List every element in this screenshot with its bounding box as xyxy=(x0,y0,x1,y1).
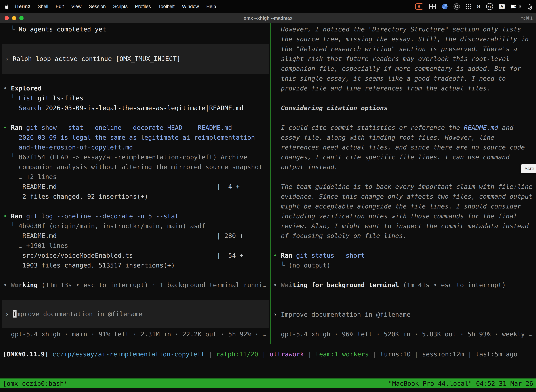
battery-percentage-badge[interactable]: 61 xyxy=(486,3,493,10)
text-segment: gpt-5.4 xhigh · main · 91% left · 2.31M … xyxy=(3,331,266,338)
text-segment: README.md | 280 + xyxy=(3,232,243,239)
dark-app-icon[interactable] xyxy=(454,3,460,10)
text-segment: references need actual files, and since … xyxy=(273,144,525,151)
tmux-status-bar: [omx-cczip0:bash* "MacBook-Pro-44.local"… xyxy=(0,378,536,388)
screen-recording-indicator[interactable] xyxy=(415,3,423,10)
terminal-line: src/voice/voiceModeEnabled.ts | 54 + xyxy=(0,251,270,261)
text-segment: Wai xyxy=(281,281,292,289)
menu-toolbelt[interactable]: Toolbelt xyxy=(158,4,175,9)
terminal-line: • Waiting for background terminal (1m 41… xyxy=(271,280,536,290)
menu-edit[interactable]: Edit xyxy=(56,4,64,9)
input-source-icon[interactable]: A xyxy=(499,4,505,9)
text-segment: Ran xyxy=(11,213,26,220)
prompt-input-left-line[interactable]: › Improve documentation in @filename xyxy=(2,309,269,319)
text-segment: 2026-03-09-is-legal-the-same-as-legitima… xyxy=(42,104,244,112)
terminal-line xyxy=(271,172,536,182)
text-segment: | xyxy=(258,350,270,358)
wifi-icon[interactable] xyxy=(526,4,532,9)
text-segment: of focusing solely on file lines. xyxy=(273,232,407,239)
figure-8-icon[interactable]: 8 xyxy=(477,4,480,9)
text-segment: 2 files changed, 92 insertions(+) xyxy=(3,193,148,200)
prompt-input-left[interactable]: › Improve documentation in @filename xyxy=(2,300,269,328)
text-segment: Ran xyxy=(281,252,296,259)
text-segment: No agents completed yet xyxy=(19,26,106,33)
menu-window[interactable]: Window xyxy=(182,4,199,9)
text-segment: I xyxy=(13,310,17,317)
text-segment: the "Related research writing" section i… xyxy=(273,45,517,52)
tmux-host-clock: "MacBook-Pro-44.local" 04:52 31-Mar-26 xyxy=(388,380,533,387)
screen: iTerm2ShellEditViewSessionScriptsProfile… xyxy=(0,0,536,392)
menu-help[interactable]: Help xyxy=(206,4,216,9)
terminal-line: └ 067f154 (HEAD -> essay/ai-reimplementa… xyxy=(0,152,270,162)
text-segment: output instead. xyxy=(273,163,338,171)
terminal-line: provide file and line references from th… xyxy=(271,84,536,93)
text-segment: evidence. Since this change only affects… xyxy=(273,193,532,200)
text-segment: and xyxy=(498,124,513,131)
text-segment: this single essay, it seems like a good … xyxy=(273,75,506,82)
zoom-button[interactable] xyxy=(19,16,24,20)
menu-items: iTerm2ShellEditViewSessionScriptsProfile… xyxy=(15,4,216,9)
screen-overlay-button[interactable]: Scre xyxy=(521,164,536,173)
menu-profiles[interactable]: Profiles xyxy=(135,4,151,9)
terminal-line: companion file, especially if more comme… xyxy=(271,64,536,74)
menu-session[interactable]: Session xyxy=(89,4,106,9)
terminal-line: • Working (11m 13s • esc to interrupt) ·… xyxy=(0,280,270,290)
text-segment: › xyxy=(5,310,13,317)
terminal-line xyxy=(0,201,270,211)
menu-bar: iTerm2ShellEditViewSessionScriptsProfile… xyxy=(0,0,536,13)
text-segment: last:5m ago xyxy=(475,350,517,358)
text-segment: essay file, along with finding root file… xyxy=(273,134,494,141)
text-segment: List xyxy=(19,94,34,102)
terminal-content: └ No agents completed yet › Ralph loop a… xyxy=(0,23,536,392)
dots-grid-icon[interactable] xyxy=(466,4,471,9)
menu-scripts[interactable]: Scripts xyxy=(113,4,128,9)
terminal-line: of focusing solely on file lines. xyxy=(271,231,536,241)
text-segment: └ xyxy=(3,26,19,33)
text-segment: the source tree, missing the essay. Stil… xyxy=(273,36,529,43)
terminal-line: … +1901 lines xyxy=(0,241,270,251)
terminal-line xyxy=(0,270,270,280)
text-segment: README.md | 4 + xyxy=(3,183,240,190)
text-segment: | xyxy=(205,350,216,358)
text-segment: … +1901 lines xyxy=(3,242,68,249)
terminal-line xyxy=(271,113,536,123)
apple-logo-icon[interactable] xyxy=(4,4,9,9)
menu-shell[interactable]: Shell xyxy=(38,4,48,9)
text-segment xyxy=(3,104,19,112)
terminal-line: might be acceptable alongside the file l… xyxy=(271,201,536,211)
prompt-input-right[interactable]: › Improve documentation in @filename xyxy=(271,310,536,319)
text-segment: 1903 files changed, 513517 insertions(+) xyxy=(3,262,175,269)
terminal-line: • Ran git log --oneline --decorate -n 5 … xyxy=(0,211,270,221)
window-title: omx --xhigh --madmax xyxy=(0,15,536,21)
window-grid-icon[interactable] xyxy=(429,4,436,9)
text-segment: git show --stat --oneline --decorate HEA… xyxy=(26,124,232,131)
menubar-status-icons: 861Aϟ xyxy=(415,3,532,10)
swirl-icon[interactable] xyxy=(442,4,448,9)
terminal-line: 2 files changed, 92 insertions(+) xyxy=(0,191,270,201)
battery-icon[interactable]: ϟ xyxy=(511,4,519,9)
text-segment: gpt-5.4 xhigh · 96% left · 520K in · 5.8… xyxy=(273,331,532,338)
text-segment: The team guideline is to back every impo… xyxy=(273,183,532,190)
text-segment: companion analysis without altering the … xyxy=(3,163,263,171)
text-segment: • xyxy=(3,124,11,131)
left-status-line: gpt-5.4 xhigh · main · 91% left · 2.31M … xyxy=(0,329,274,339)
right-status-line: gpt-5.4 xhigh · 96% left · 520K in · 5.8… xyxy=(271,329,536,339)
text-segment: | xyxy=(304,350,315,358)
menu-iterm2[interactable]: iTerm2 xyxy=(15,4,30,9)
text-segment: session:12m xyxy=(422,350,464,358)
text-segment: I could cite commit statistics or refere… xyxy=(273,124,464,131)
close-button[interactable] xyxy=(5,16,9,20)
terminal-line: README.md | 280 + xyxy=(0,231,270,241)
menu-view[interactable]: View xyxy=(71,4,81,9)
text-segment: mprove documentation in @filename xyxy=(17,310,142,317)
minimize-button[interactable] xyxy=(12,16,16,20)
terminal-line: Considering citation options xyxy=(271,103,536,113)
text-segment: (11m 13s • esc to interrupt) · 1 backgro… xyxy=(38,281,266,289)
text-segment: companion file, especially if more comme… xyxy=(273,65,521,72)
text-segment: might be acceptable alongside the file l… xyxy=(273,203,521,210)
text-segment: git ls-files xyxy=(34,94,83,102)
text-segment: turns:10 xyxy=(380,350,411,358)
text-segment: | xyxy=(464,350,475,358)
terminal-line: the "Related research writing" section i… xyxy=(271,44,536,54)
terminal-line: The team guideline is to back every impo… xyxy=(271,182,536,191)
